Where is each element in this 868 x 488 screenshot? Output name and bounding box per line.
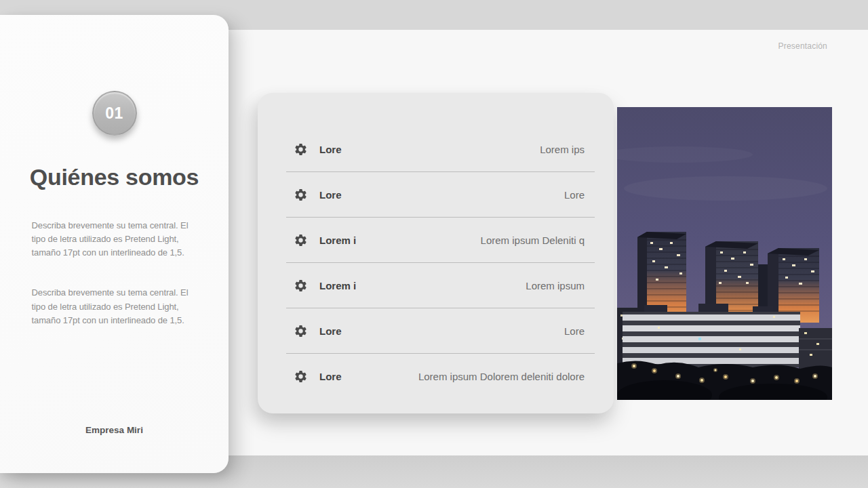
gear-icon: [294, 279, 308, 293]
gear-icon: [294, 233, 308, 247]
company-name: Empresa Miri: [0, 425, 229, 435]
page-title: Quiénes somos: [0, 164, 229, 190]
city-dusk-photo: [617, 107, 832, 400]
list-item-label: Lorem i: [319, 235, 356, 246]
list-item-label: Lore: [319, 189, 342, 201]
gear-icon: [294, 142, 308, 157]
list-item-value: Lore: [564, 189, 585, 201]
gear-icon: [294, 369, 308, 384]
intro-paragraph: Describa brevemente su tema central. El …: [32, 286, 197, 327]
list-item-label: Lore: [319, 371, 342, 382]
presentation-watermark: Presentación: [778, 41, 827, 51]
sidebar-card: 01 Quiénes somos Describa brevemente su …: [0, 15, 229, 473]
list-item: Lore Lore: [258, 172, 614, 217]
list-item-value: Lorem ips: [540, 144, 585, 155]
list-item-label: Lorem i: [319, 280, 356, 291]
list-item: Lorem i Lorem ipsum: [258, 263, 614, 308]
section-number-badge: 01: [92, 91, 137, 136]
list-item: Lorem i Lorem ipsum Deleniti q: [258, 218, 614, 262]
list-item: Lore Lorem ips: [258, 127, 614, 171]
gear-icon: [294, 324, 308, 338]
list-item-value: Lorem ipsum Deleniti q: [481, 235, 585, 246]
list-item-value: Lore: [564, 325, 585, 337]
feature-list-card: Lore Lorem ips Lore Lore Lorem i Lorem i…: [258, 93, 614, 413]
list-item-value: Lorem ipsum: [526, 280, 585, 291]
gear-icon: [294, 188, 308, 202]
intro-paragraph: Describa brevemente su tema central. El …: [32, 219, 197, 260]
list-item-value: Lorem ipsum Dolorem deleniti dolore: [418, 371, 585, 382]
list-item-label: Lore: [319, 144, 342, 155]
list-item: Lore Lorem ipsum Dolorem deleniti dolore: [258, 354, 614, 399]
list-item-label: Lore: [319, 325, 342, 337]
list-item: Lore Lore: [258, 308, 614, 353]
